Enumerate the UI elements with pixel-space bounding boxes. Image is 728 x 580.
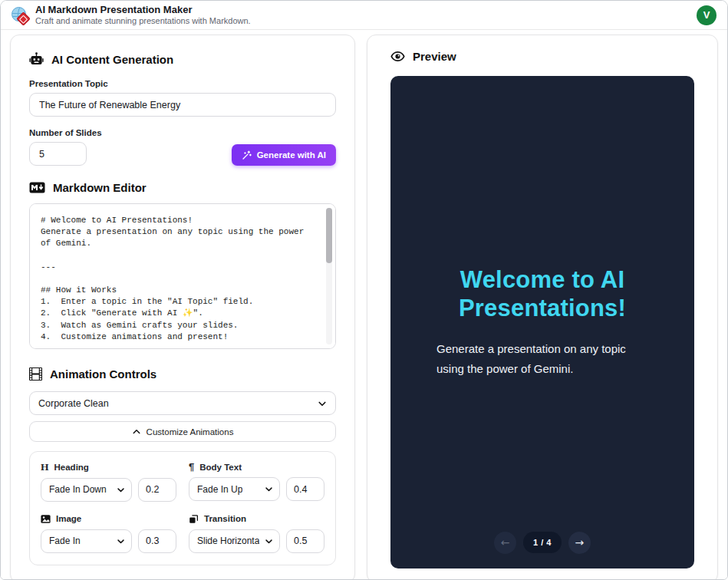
robot-icon — [29, 52, 44, 67]
chevron-down-icon — [117, 486, 125, 494]
next-slide-button[interactable]: → — [568, 532, 591, 554]
body-text-label: Body Text — [199, 463, 242, 472]
image-icon — [41, 514, 51, 524]
anim-cell-image: Image Fade In — [41, 514, 176, 553]
anim-cell-transition: Transition Slide Horizonta — [189, 514, 324, 553]
app-logo-icon — [12, 7, 28, 24]
markdown-icon — [29, 182, 45, 193]
image-animation-select[interactable]: Fade In — [41, 529, 132, 553]
heading-duration-input[interactable] — [138, 478, 176, 502]
generate-with-ai-button[interactable]: Generate with AI — [232, 144, 336, 166]
arrow-left-icon: ← — [501, 536, 510, 549]
main-content: AI Content Generation Presentation Topic… — [1, 30, 727, 580]
ai-section-title-text: AI Content Generation — [51, 53, 173, 66]
slides-count-label: Number of Slides — [29, 128, 336, 137]
controls-panel: AI Content Generation Presentation Topic… — [10, 35, 355, 580]
chevron-down-icon — [117, 537, 125, 545]
slides-count-input[interactable] — [29, 142, 87, 166]
heading-label: Heading — [54, 463, 89, 472]
body-text-animation-value: Fade In Up — [197, 484, 242, 495]
customize-animations-label: Customize Animations — [147, 427, 234, 437]
film-icon — [29, 367, 42, 381]
markdown-editor-wrap: # Welcome to AI Presentations! Generate … — [29, 203, 336, 352]
editor-scrollbar[interactable] — [326, 208, 332, 344]
animation-section-title-text: Animation Controls — [50, 367, 156, 381]
animation-settings-card: H Heading Fade In Down ¶ — [29, 451, 336, 565]
slide-heading: Welcome to AI Presentations! — [436, 265, 648, 322]
slide-preview: Welcome to AI Presentations! Generate a … — [390, 76, 694, 568]
slide-navigation: ← 1 / 4 → — [390, 532, 694, 554]
chevron-down-icon — [318, 399, 327, 408]
topic-label: Presentation Topic — [29, 79, 336, 88]
chevron-down-icon — [265, 537, 273, 545]
app-subtitle: Craft and animate stunning presentations… — [35, 16, 251, 27]
transition-layers-icon — [189, 514, 199, 524]
preview-section-title-text: Preview — [413, 50, 456, 63]
transition-label: Transition — [204, 514, 246, 523]
heading-icon: H — [41, 462, 49, 473]
preview-section-title: Preview — [390, 49, 694, 64]
ai-section-title: AI Content Generation — [29, 52, 336, 67]
transition-duration-input[interactable] — [286, 529, 324, 553]
heading-animation-select[interactable]: Fade In Down — [41, 478, 132, 502]
anim-cell-heading: H Heading Fade In Down — [41, 462, 176, 502]
app-window: AI Markdown Presentation Maker Craft and… — [0, 0, 728, 580]
editor-section-title-text: Markdown Editor — [53, 181, 147, 194]
transition-animation-select[interactable]: Slide Horizonta — [189, 529, 280, 553]
app-header: AI Markdown Presentation Maker Craft and… — [1, 1, 727, 30]
animation-preset-select[interactable]: Corporate Clean — [29, 391, 336, 415]
customize-animations-button[interactable]: Customize Animations — [29, 421, 336, 442]
editor-section-title: Markdown Editor — [29, 181, 336, 194]
image-label: Image — [56, 514, 81, 523]
previous-slide-button[interactable]: ← — [494, 532, 516, 554]
transition-animation-value: Slide Horizonta — [197, 536, 259, 546]
body-text-animation-select[interactable]: Fade In Up — [189, 477, 280, 501]
eye-icon — [390, 49, 405, 64]
magic-wand-icon — [242, 150, 252, 160]
user-avatar[interactable]: V — [697, 5, 716, 25]
generate-button-label: Generate with AI — [257, 150, 326, 160]
slides-row: Generate with AI — [29, 142, 336, 166]
preview-panel: Preview Welcome to AI Presentations! Gen… — [367, 35, 718, 580]
animation-section-title: Animation Controls — [29, 367, 336, 381]
slide-page-indicator: 1 / 4 — [523, 532, 562, 553]
anim-cell-body-text: ¶ Body Text Fade In Up — [189, 462, 324, 502]
app-title: AI Markdown Presentation Maker — [35, 4, 251, 16]
image-duration-input[interactable] — [138, 529, 176, 553]
chevron-down-icon — [265, 485, 273, 493]
image-animation-value: Fade In — [49, 536, 81, 546]
heading-animation-value: Fade In Down — [49, 484, 107, 495]
paragraph-icon: ¶ — [189, 462, 194, 472]
slide-body-text: Generate a presentation on any topic usi… — [436, 339, 648, 379]
arrow-right-icon: → — [575, 536, 585, 549]
header-text: AI Markdown Presentation Maker Craft and… — [35, 4, 251, 27]
chevron-up-icon — [132, 427, 141, 437]
editor-scrollbar-thumb[interactable] — [326, 208, 332, 263]
markdown-editor-textarea[interactable]: # Welcome to AI Presentations! Generate … — [29, 203, 336, 349]
body-text-duration-input[interactable] — [286, 477, 324, 501]
topic-input[interactable] — [29, 93, 336, 117]
animation-preset-value: Corporate Clean — [38, 398, 109, 409]
